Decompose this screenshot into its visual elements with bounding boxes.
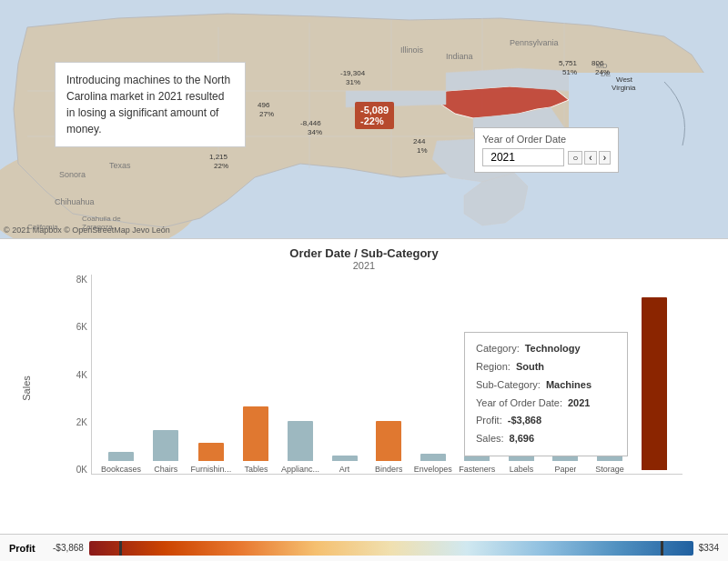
svg-text:Coahuila de: Coahuila de bbox=[82, 215, 121, 223]
bar-group[interactable]: Bookcases bbox=[101, 452, 141, 474]
bar-group[interactable]: Binders bbox=[369, 421, 409, 474]
year-next-button[interactable]: › bbox=[599, 151, 611, 165]
year-filter-panel[interactable]: Year of Order Date 2021 ○ ‹ › bbox=[474, 127, 619, 173]
bar-label: Chairs bbox=[154, 465, 177, 474]
tooltip-profit-val: -$3,868 bbox=[508, 412, 541, 430]
tooltip-region-key: Region: bbox=[476, 358, 511, 376]
map-tooltip: Introducing machines to the North Caroli… bbox=[55, 62, 246, 147]
bar bbox=[108, 452, 134, 461]
bar-label: Applianc... bbox=[281, 465, 319, 474]
chart-panel: Order Date / Sub-Category 2021 Sales 8K … bbox=[0, 238, 728, 534]
nc-highlight-label: -5,089 -22% bbox=[355, 102, 394, 129]
svg-text:West: West bbox=[616, 75, 633, 84]
tooltip-subcategory-val: Machines bbox=[546, 376, 592, 395]
profit-max-indicator bbox=[661, 541, 663, 556]
y-axis-label: Sales bbox=[21, 376, 32, 401]
year-prev-button[interactable]: ‹ bbox=[584, 151, 596, 165]
bar bbox=[376, 421, 401, 461]
svg-text:1,215: 1,215 bbox=[209, 153, 228, 161]
bar-label: Fasteners bbox=[459, 465, 495, 474]
bar-group[interactable] bbox=[634, 297, 673, 474]
y-tick-2k: 2K bbox=[76, 417, 87, 427]
bar-label: Binders bbox=[375, 465, 403, 474]
tooltip-category-key: Category: bbox=[476, 340, 520, 358]
bar bbox=[288, 421, 313, 461]
svg-text:24%: 24% bbox=[595, 68, 610, 76]
bar-group[interactable]: Furnishin... bbox=[191, 443, 232, 474]
map-tooltip-text: Introducing machines to the North Caroli… bbox=[66, 74, 230, 135]
year-filter-label: Year of Order Date bbox=[482, 134, 611, 145]
svg-text:1%: 1% bbox=[417, 146, 428, 155]
svg-text:34%: 34% bbox=[308, 128, 322, 136]
bar bbox=[332, 456, 358, 461]
svg-text:Chihuahua: Chihuahua bbox=[55, 197, 95, 206]
tooltip-year-val: 2021 bbox=[568, 395, 590, 413]
bar-group[interactable]: Fasteners bbox=[458, 456, 497, 474]
chart-area: Sales 8K 6K 4K 2K 0K BookcasesChairsFurn… bbox=[55, 275, 682, 502]
bar-label: Bookcases bbox=[101, 465, 141, 474]
bar bbox=[198, 443, 224, 461]
tooltip-sales-val: 8,696 bbox=[510, 430, 535, 448]
bar-label: Furnishin... bbox=[191, 465, 232, 474]
bar-label: Storage bbox=[595, 465, 624, 474]
chart-subtitle: 2021 bbox=[0, 260, 728, 271]
svg-text:-8,446: -8,446 bbox=[300, 119, 321, 127]
bar-label: Paper bbox=[554, 465, 576, 474]
tooltip-sales-key: Sales: bbox=[476, 430, 504, 448]
svg-text:27%: 27% bbox=[259, 110, 274, 118]
svg-text:Virginia: Virginia bbox=[612, 84, 636, 92]
tooltip-year-key: Year of Order Date: bbox=[476, 395, 562, 413]
y-tick-4k: 4K bbox=[76, 370, 87, 380]
svg-text:806: 806 bbox=[592, 59, 604, 67]
svg-text:Texas: Texas bbox=[109, 161, 131, 170]
bar bbox=[153, 430, 178, 461]
tooltip-region-val: South bbox=[516, 358, 544, 376]
svg-text:31%: 31% bbox=[346, 78, 360, 86]
tooltip-category-val: Technology bbox=[525, 340, 581, 358]
svg-text:Pennsylvania: Pennsylvania bbox=[510, 38, 559, 47]
bar-group[interactable]: Applianc... bbox=[281, 421, 320, 474]
tooltip-subcategory-key: Sub-Category: bbox=[476, 376, 541, 395]
y-tick-8k: 8K bbox=[76, 275, 87, 285]
svg-text:22%: 22% bbox=[214, 162, 228, 170]
y-tick-6k: 6K bbox=[76, 322, 87, 332]
chart-tooltip: Category: Technology Region: South Sub-C… bbox=[464, 332, 628, 456]
bar-label: Labels bbox=[510, 465, 534, 474]
svg-text:-19,304: -19,304 bbox=[340, 69, 366, 77]
bar bbox=[243, 406, 268, 461]
year-reset-button[interactable]: ○ bbox=[568, 151, 582, 165]
svg-text:496: 496 bbox=[258, 101, 270, 109]
bar-group[interactable]: Art bbox=[325, 456, 364, 474]
profit-min-indicator bbox=[119, 541, 122, 556]
svg-text:Sonora: Sonora bbox=[59, 170, 86, 179]
svg-text:51%: 51% bbox=[562, 68, 577, 76]
year-filter-value[interactable]: 2021 bbox=[482, 148, 564, 166]
svg-text:Illinois: Illinois bbox=[400, 45, 424, 55]
bar-label: Envelopes bbox=[414, 465, 452, 474]
bar-group[interactable]: Chairs bbox=[147, 430, 186, 474]
y-ticks: 8K 6K 4K 2K 0K bbox=[55, 275, 91, 475]
map-panel: Colorado Kansas Missouri Texas Arizona S… bbox=[0, 0, 728, 238]
bar-group[interactable]: Envelopes bbox=[413, 454, 452, 474]
bar bbox=[642, 297, 667, 470]
profit-max: $334 bbox=[699, 543, 719, 553]
profit-min: -$3,868 bbox=[53, 543, 84, 553]
bar bbox=[420, 454, 446, 461]
map-attribution: © 2021 Mapbox © OpenStreetMap Jevo León bbox=[4, 225, 170, 235]
svg-text:244: 244 bbox=[413, 137, 426, 145]
profit-label: Profit bbox=[9, 543, 46, 554]
svg-text:Indiana: Indiana bbox=[446, 52, 473, 61]
bar-group[interactable]: Tables bbox=[237, 406, 276, 474]
bar-label: Tables bbox=[244, 465, 268, 474]
profit-gradient-bar bbox=[89, 541, 693, 556]
svg-text:5,751: 5,751 bbox=[559, 59, 578, 67]
y-tick-0k: 0K bbox=[76, 465, 87, 475]
profit-bar-panel: Profit -$3,868 $334 bbox=[0, 534, 728, 561]
chart-title: Order Date / Sub-Category bbox=[0, 239, 728, 260]
bar-label: Art bbox=[339, 465, 350, 474]
tooltip-profit-key: Profit: bbox=[476, 412, 502, 430]
bar-group[interactable]: Labels bbox=[502, 454, 541, 474]
